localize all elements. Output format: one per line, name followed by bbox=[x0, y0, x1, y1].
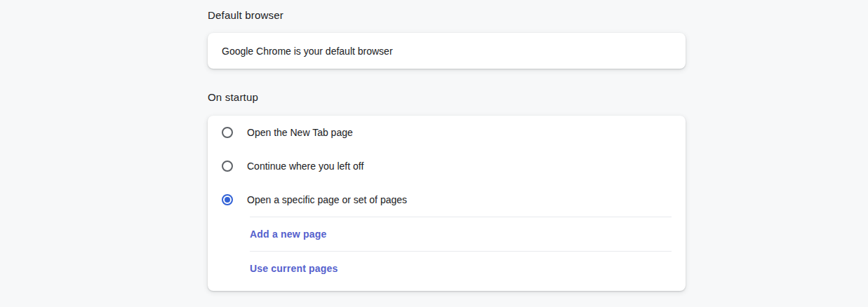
radio-option-label: Open the New Tab page bbox=[247, 127, 353, 138]
settings-content-column: Default browser Google Chrome is your de… bbox=[208, 0, 686, 291]
default-browser-status-text: Google Chrome is your default browser bbox=[222, 46, 393, 57]
default-browser-card: Google Chrome is your default browser bbox=[208, 33, 686, 69]
radio-option-label: Open a specific page or set of pages bbox=[247, 194, 407, 205]
radio-button-icon[interactable] bbox=[222, 127, 233, 138]
radio-button-icon[interactable] bbox=[222, 161, 233, 172]
section-heading-default-browser: Default browser bbox=[208, 10, 686, 21]
chrome-settings-page: Default browser Google Chrome is your de… bbox=[0, 0, 868, 307]
use-current-pages-label: Use current pages bbox=[250, 263, 338, 274]
radio-option-label: Continue where you left off bbox=[247, 161, 363, 172]
use-current-pages-button[interactable]: Use current pages bbox=[208, 252, 686, 285]
radio-option-open-specific-pages[interactable]: Open a specific page or set of pages bbox=[208, 183, 686, 217]
add-new-page-label: Add a new page bbox=[250, 228, 326, 240]
radio-dot bbox=[225, 163, 230, 169]
section-heading-on-startup: On startup bbox=[208, 92, 686, 103]
radio-option-open-new-tab-page[interactable]: Open the New Tab page bbox=[208, 116, 686, 149]
on-startup-card: Open the New Tab page Continue where you… bbox=[208, 116, 686, 291]
radio-dot bbox=[225, 130, 230, 135]
add-new-page-button[interactable]: Add a new page bbox=[208, 217, 686, 251]
radio-button-icon[interactable] bbox=[222, 194, 233, 205]
radio-option-continue-where-left-off[interactable]: Continue where you left off bbox=[208, 149, 686, 183]
radio-dot bbox=[225, 197, 230, 203]
